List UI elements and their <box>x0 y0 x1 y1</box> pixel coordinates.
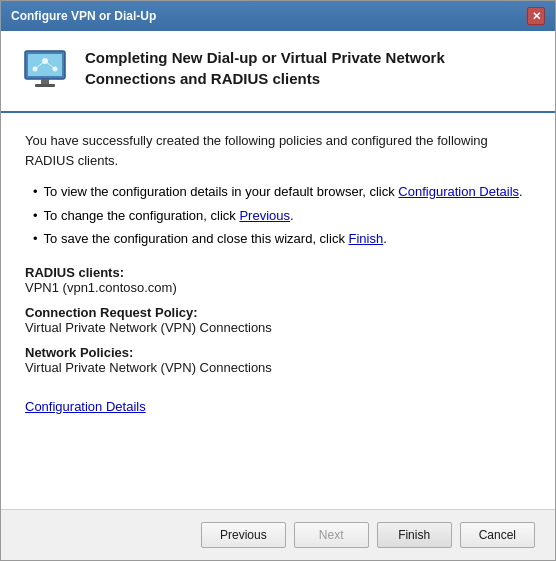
connection-request-value: Virtual Private Network (VPN) Connection… <box>25 320 531 335</box>
config-link-section: Configuration Details <box>25 399 531 414</box>
bullet-text-2-before: To change the configuration, click <box>44 208 240 223</box>
bullet-marker-3: • <box>33 229 38 249</box>
bullet-text-1-after: . <box>519 184 523 199</box>
finish-link[interactable]: Finish <box>349 231 384 246</box>
network-policies-section: Network Policies: Virtual Private Networ… <box>25 345 531 375</box>
computer-icon <box>21 47 69 95</box>
bullet-text-2-after: . <box>290 208 294 223</box>
header-section: Completing New Dial-up or Virtual Privat… <box>1 31 555 113</box>
bullet-text-1: To view the configuration details in you… <box>44 182 523 202</box>
bullet-item-3: • To save the configuration and close th… <box>33 229 531 249</box>
content-section: You have successfully created the follow… <box>1 113 555 509</box>
radius-clients-label: RADIUS clients: <box>25 265 531 280</box>
bullet-text-3: To save the configuration and close this… <box>44 229 387 249</box>
next-button[interactable]: Next <box>294 522 369 548</box>
title-bar-text: Configure VPN or Dial-Up <box>11 9 156 23</box>
configuration-details-link[interactable]: Configuration Details <box>25 399 146 414</box>
bullet-marker-2: • <box>33 206 38 226</box>
title-bar: Configure VPN or Dial-Up ✕ <box>1 1 555 31</box>
header-title: Completing New Dial-up or Virtual Privat… <box>85 47 535 89</box>
network-policies-value: Virtual Private Network (VPN) Connection… <box>25 360 531 375</box>
bullet-marker-1: • <box>33 182 38 202</box>
close-button[interactable]: ✕ <box>527 7 545 25</box>
bullet-text-3-after: . <box>383 231 387 246</box>
connection-request-label: Connection Request Policy: <box>25 305 531 320</box>
bullet-text-1-before: To view the configuration details in you… <box>44 184 399 199</box>
previous-link[interactable]: Previous <box>239 208 290 223</box>
svg-rect-8 <box>35 84 55 87</box>
network-policies-label: Network Policies: <box>25 345 531 360</box>
policy-section: RADIUS clients: VPN1 (vpn1.contoso.com) … <box>25 265 531 375</box>
connection-request-section: Connection Request Policy: Virtual Priva… <box>25 305 531 335</box>
bullet-text-2: To change the configuration, click Previ… <box>44 206 294 226</box>
radius-clients-section: RADIUS clients: VPN1 (vpn1.contoso.com) <box>25 265 531 295</box>
previous-button[interactable]: Previous <box>201 522 286 548</box>
svg-rect-1 <box>28 54 62 76</box>
bullet-text-3-before: To save the configuration and close this… <box>44 231 349 246</box>
bullet-item-1: • To view the configuration details in y… <box>33 182 531 202</box>
bullet-item-2: • To change the configuration, click Pre… <box>33 206 531 226</box>
intro-text: You have successfully created the follow… <box>25 131 531 170</box>
svg-rect-7 <box>41 79 49 84</box>
dialog-window: Configure VPN or Dial-Up ✕ Completing Ne… <box>0 0 556 561</box>
config-details-link-1[interactable]: Configuration Details <box>398 184 519 199</box>
bullet-list: • To view the configuration details in y… <box>33 182 531 249</box>
finish-button[interactable]: Finish <box>377 522 452 548</box>
footer-section: Previous Next Finish Cancel <box>1 509 555 560</box>
radius-clients-value: VPN1 (vpn1.contoso.com) <box>25 280 531 295</box>
cancel-button[interactable]: Cancel <box>460 522 535 548</box>
